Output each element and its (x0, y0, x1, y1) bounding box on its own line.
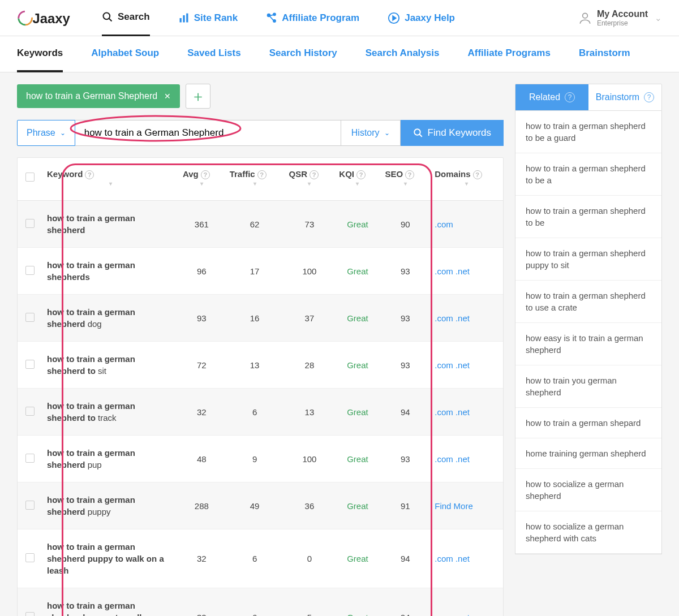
help-icon[interactable]: ? (644, 92, 654, 102)
cell-domains[interactable]: .com .net (430, 436, 503, 483)
cell-domains[interactable]: .com .net (430, 295, 503, 342)
sidebar-tabs: Related? Brainstorm? (515, 84, 662, 111)
cell-avg: 32 (178, 529, 225, 588)
related-item[interactable]: how easy is it to train a german shepher… (515, 323, 661, 365)
cell-keyword[interactable]: how to train a german shepherd puppy to … (42, 588, 178, 616)
help-icon[interactable]: ? (310, 170, 319, 179)
col-seo[interactable]: SEO?▾ (381, 158, 431, 201)
col-domains[interactable]: Domains?▾ (430, 158, 503, 201)
cell-keyword[interactable]: how to train a german shepherd dog (42, 295, 178, 342)
find-keywords-button[interactable]: Find Keywords (401, 120, 504, 146)
cell-keyword[interactable]: how to train a german shepherd puppy (42, 483, 178, 529)
nav-search[interactable]: Search (102, 0, 150, 36)
related-item[interactable]: how to train a german shepherd to be a g… (515, 111, 661, 153)
cell-domains[interactable]: .com (430, 201, 503, 248)
add-chip-button[interactable]: ＋ (186, 84, 210, 109)
related-item[interactable]: how to train a german shepherd to use a … (515, 281, 661, 323)
nav-affiliate-program[interactable]: Affiliate Program (266, 0, 359, 36)
cell-kqi: Great (334, 588, 380, 616)
row-checkbox[interactable] (25, 219, 35, 228)
help-icon[interactable]: ? (356, 170, 366, 179)
help-icon[interactable]: ? (405, 170, 414, 179)
related-item[interactable]: how to train you german shepherd (515, 365, 661, 408)
phrase-dropdown[interactable]: Phrase ⌄ (17, 120, 75, 146)
row-checkbox[interactable] (25, 360, 35, 369)
svg-point-18 (414, 129, 420, 135)
row-checkbox[interactable] (25, 266, 35, 275)
related-item[interactable]: home training german shepherd (515, 438, 661, 469)
nav-icon (388, 12, 400, 24)
chevron-down-icon: ⌄ (384, 129, 390, 137)
find-label: Find Keywords (428, 127, 491, 139)
row-checkbox[interactable] (25, 454, 35, 463)
cell-keyword[interactable]: how to train a german shepherd pup (42, 436, 178, 483)
related-list: how to train a german shepherd to be a g… (515, 111, 662, 554)
tab-saved-lists[interactable]: Saved Lists (187, 36, 241, 72)
row-checkbox[interactable] (25, 313, 35, 322)
tab-affiliate-programs[interactable]: Affiliate Programs (467, 36, 550, 72)
tab-related[interactable]: Related? (515, 84, 588, 110)
sort-icon: ▾ (435, 180, 498, 187)
tab-search-history[interactable]: Search History (269, 36, 337, 72)
tab-search-analysis[interactable]: Search Analysis (366, 36, 440, 72)
tab-alphabet-soup[interactable]: Alphabet Soup (91, 36, 159, 72)
search-icon (413, 128, 423, 138)
col-avg[interactable]: Avg?▾ (178, 158, 225, 201)
col-traffic[interactable]: Traffic?▾ (225, 158, 285, 201)
cell-avg: 96 (178, 248, 225, 295)
help-icon[interactable]: ? (473, 170, 482, 179)
related-item[interactable]: how to socialize a german shepherd with … (515, 511, 661, 554)
related-item[interactable]: how to train a german shepherd to be a (515, 153, 661, 196)
related-item[interactable]: how to socialize a german shepherd (515, 469, 661, 511)
cell-keyword[interactable]: how to train a german shepherd to sit (42, 342, 178, 389)
sort-icon: ▾ (385, 180, 426, 187)
cell-keyword[interactable]: how to train a german shepherd puppy to … (42, 529, 178, 588)
nav-site-rank[interactable]: Site Rank (178, 0, 238, 36)
cell-domains[interactable]: .com .net (430, 248, 503, 295)
col-kqi[interactable]: KQI?▾ (334, 158, 380, 201)
related-item[interactable]: how to train a german shepherd puppy to … (515, 238, 661, 281)
related-item[interactable]: how to train a german shepard (515, 408, 661, 438)
history-label: History (351, 128, 380, 138)
cell-domains[interactable]: .com .net (430, 389, 503, 436)
cell-traffic: 6 (225, 529, 285, 588)
cell-traffic: 9 (225, 436, 285, 483)
row-checkbox[interactable] (25, 501, 35, 510)
cell-traffic: 62 (225, 201, 285, 248)
tab-keywords[interactable]: Keywords (17, 36, 63, 72)
svg-marker-15 (393, 16, 396, 20)
search-input[interactable] (75, 120, 341, 145)
find-more-link[interactable]: Find More (435, 501, 473, 511)
search-input-wrap (75, 120, 341, 146)
account-menu[interactable]: My Account Enterprise ⌄ (578, 9, 662, 27)
help-icon[interactable]: ? (565, 92, 575, 102)
cell-keyword[interactable]: how to train a german shepherds (42, 248, 178, 295)
cell-domains[interactable]: Find More (430, 483, 503, 529)
checkbox-all[interactable] (25, 173, 35, 182)
close-icon[interactable]: ✕ (164, 92, 171, 101)
nav-jaaxy-help[interactable]: Jaaxy Help (388, 0, 455, 36)
help-icon[interactable]: ? (201, 170, 210, 179)
related-item[interactable]: how to train a german shepherd to be (515, 196, 661, 238)
tab-brainstorm[interactable]: Brainstorm (579, 36, 630, 72)
cell-qsr: 100 (285, 436, 335, 483)
cell-domains[interactable]: .com .net (430, 529, 503, 588)
logo[interactable]: Jaaxy (17, 7, 79, 29)
cell-keyword[interactable]: how to train a german shepherd to track (42, 389, 178, 436)
col-keyword[interactable]: Keyword?▾ (42, 158, 178, 201)
cell-avg: 32 (178, 389, 225, 436)
results-table-wrap: Keyword?▾ Avg?▾ Traffic?▾ QSR?▾ KQI?▾ SE… (17, 157, 504, 616)
help-icon[interactable]: ? (257, 170, 267, 179)
row-checkbox[interactable] (25, 553, 35, 562)
row-checkbox[interactable] (25, 407, 35, 416)
cell-domains[interactable]: .com .net (430, 588, 503, 616)
history-dropdown[interactable]: History ⌄ (341, 120, 401, 146)
cell-domains[interactable]: .com .net (430, 342, 503, 389)
row-checkbox[interactable] (25, 612, 35, 616)
col-qsr[interactable]: QSR?▾ (285, 158, 335, 201)
cell-keyword[interactable]: how to train a german shepherd (42, 201, 178, 248)
table-row: how to train a german shepherds9617100Gr… (18, 248, 503, 295)
search-chip[interactable]: how to train a German Shepherd ✕ (17, 84, 180, 108)
tab-brainstorm[interactable]: Brainstorm? (588, 84, 661, 110)
help-icon[interactable]: ? (85, 170, 94, 179)
